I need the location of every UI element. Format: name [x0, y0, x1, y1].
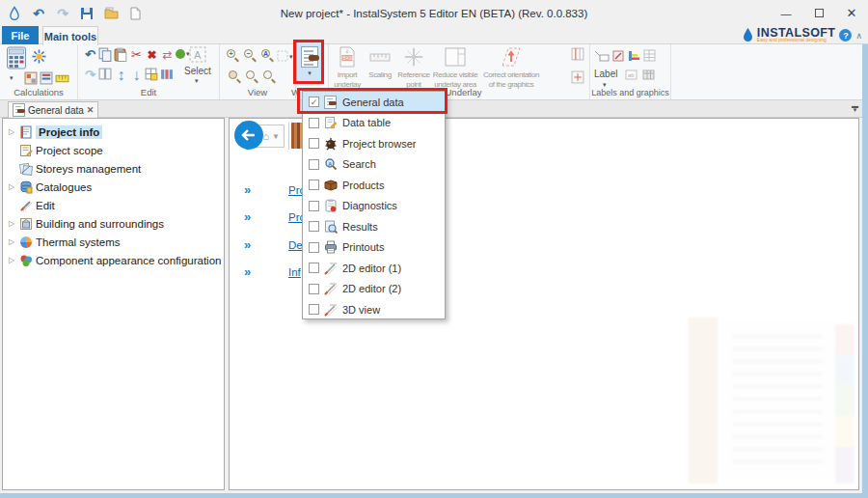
select-caret[interactable]: ▾ — [195, 77, 199, 85]
tree-item-label[interactable]: Project scope — [36, 145, 103, 156]
view-caret[interactable]: ▾ — [289, 53, 293, 61]
zoom-previous-button[interactable] — [263, 70, 276, 83]
tree-item-project-scope[interactable]: Project scope — [3, 141, 224, 159]
zoom-out-button[interactable]: − — [244, 49, 257, 62]
expander-icon[interactable]: ▷ — [7, 219, 16, 228]
tree-item-thermal-systems[interactable]: ▷ Thermal systems — [3, 233, 224, 251]
calculate-button[interactable] — [6, 46, 27, 69]
edit-grid-icon[interactable] — [145, 68, 158, 81]
redo-edit-button[interactable]: ↷ — [83, 68, 97, 82]
back-button[interactable] — [234, 121, 263, 150]
doc-tab-general-data[interactable]: General data ✕ — [8, 101, 98, 118]
collapse-ribbon-icon[interactable]: ∧ — [855, 31, 862, 41]
close-button[interactable]: ✕ — [835, 0, 868, 26]
checkbox[interactable] — [309, 263, 319, 273]
tree-item-storeys-management[interactable]: Storeys management — [3, 159, 224, 178]
save-button[interactable] — [79, 6, 95, 21]
help-icon[interactable]: ? — [839, 29, 852, 42]
copy-button[interactable] — [98, 47, 112, 62]
content-link-4[interactable]: Inf — [288, 266, 301, 278]
import-underlay-button[interactable]: BASE Importunderlay — [330, 46, 365, 89]
undo-edit-button[interactable]: ↶ — [83, 47, 97, 62]
expander-icon[interactable]: ▷ — [7, 127, 16, 136]
tree-item-label[interactable]: Edit — [36, 200, 55, 211]
reduce-visible-underlay-area-button[interactable]: Reduce visibleunderlay area — [431, 46, 479, 89]
menu-item-project-browser[interactable]: Project browser — [303, 133, 445, 154]
checkbox[interactable] — [309, 284, 319, 294]
checkbox[interactable] — [309, 221, 319, 232]
tree-item-label[interactable]: Component appearance configuration — [36, 255, 221, 266]
panels-toggle-caret[interactable]: ▾ — [308, 69, 312, 77]
checkbox[interactable] — [309, 242, 319, 253]
menu-item-general-data[interactable]: ✓ General data — [303, 92, 445, 113]
menu-item-printouts[interactable]: Printouts — [303, 237, 445, 259]
underlay-extra-2-icon[interactable] — [571, 70, 584, 84]
reference-point-button[interactable]: Referencepoint — [395, 46, 432, 89]
doc-tab-close-icon[interactable]: ✕ — [87, 105, 95, 115]
table-graphic-icon[interactable] — [643, 49, 656, 62]
tree-item-component-appearance[interactable]: ▷ Component appearance configuration — [3, 251, 224, 269]
tab-list-dropdown-icon[interactable]: ▬▾ — [852, 104, 858, 112]
correct-orientation-button[interactable]: Correct orientationof the graphics — [481, 46, 541, 89]
tree-item-label[interactable]: Project info — [36, 125, 102, 139]
expander-icon[interactable]: ▷ — [7, 182, 16, 191]
menu-item-search[interactable]: A Search — [303, 154, 445, 176]
panels-toggle-button[interactable]: ▾ — [296, 41, 323, 83]
tab-main-tools[interactable]: Main tools — [42, 26, 98, 45]
zoom-all-button[interactable]: A — [261, 49, 274, 62]
content-link-3[interactable]: De — [288, 239, 303, 251]
cut-button[interactable]: ✂ — [129, 47, 144, 62]
calc-option-3-icon[interactable] — [55, 72, 69, 85]
text-box-icon[interactable]: ab — [625, 69, 637, 80]
zoom-window-button[interactable] — [246, 70, 258, 83]
home-icon[interactable]: ⌂ — [262, 130, 269, 142]
menu-item-3d-view[interactable]: 3D view — [303, 299, 445, 320]
paste-button[interactable] — [114, 47, 127, 62]
tree-item-label[interactable]: Thermal systems — [36, 236, 121, 248]
checkbox[interactable] — [309, 304, 319, 315]
menu-item-2d-editor-1[interactable]: 2D editor (1) — [303, 258, 445, 279]
menu-item-diagnostics[interactable]: Diagnostics — [303, 196, 445, 217]
menu-item-results[interactable]: Results — [303, 216, 445, 237]
checkbox[interactable] — [309, 159, 319, 170]
menu-item-data-table[interactable]: Data table — [303, 113, 445, 134]
tree-item-project-info[interactable]: ▷ Project info — [3, 123, 224, 141]
checkbox[interactable] — [309, 180, 319, 190]
redo-button[interactable]: ↷ — [55, 6, 70, 21]
move-icon[interactable]: ⇄ — [160, 47, 175, 62]
undo-button[interactable]: ↶ — [31, 6, 46, 21]
open-button[interactable] — [103, 6, 119, 21]
checkbox[interactable] — [309, 118, 319, 128]
tree-item-label[interactable]: Storeys management — [36, 163, 141, 175]
data-table-graphic-icon[interactable] — [642, 69, 655, 80]
tree-item-label[interactable]: Catalogues — [36, 181, 92, 193]
calc-option-1-icon[interactable] — [24, 71, 38, 85]
new-document-button[interactable] — [127, 6, 143, 21]
expand-icon[interactable]: ▼ — [272, 132, 280, 141]
scaling-button[interactable]: Scaling — [365, 46, 395, 80]
expander-icon[interactable]: ▷ — [7, 237, 16, 246]
tree-item-catalogues[interactable]: ▷ Catalogues — [3, 178, 224, 196]
distribute-icon[interactable] — [160, 68, 174, 81]
expander-icon[interactable]: ▷ — [7, 256, 16, 264]
edit-label-icon[interactable] — [612, 49, 625, 62]
snap-toggle-icon[interactable]: ▾ — [176, 49, 190, 59]
settings-star-icon[interactable] — [32, 49, 46, 64]
tree-item-edit[interactable]: Edit — [3, 196, 224, 214]
delete-button[interactable]: ✖ — [145, 47, 159, 62]
maximize-button[interactable] — [802, 0, 835, 26]
label-button[interactable]: Label — [594, 69, 617, 79]
underlay-extra-1-icon[interactable] — [571, 47, 584, 61]
legend-icon[interactable] — [628, 49, 640, 62]
checkbox[interactable] — [309, 138, 319, 149]
checkbox[interactable] — [309, 201, 319, 211]
align-vertical-2-icon[interactable]: ↓ — [129, 68, 144, 82]
menu-item-2d-editor-2[interactable]: 2D editor (2) — [303, 279, 445, 300]
label-callout-icon[interactable] — [594, 50, 610, 62]
align-vertical-1-icon[interactable]: ↕ — [114, 68, 128, 82]
minimize-button[interactable]: — — [770, 0, 802, 26]
zoom-selection-icon[interactable] — [277, 50, 288, 62]
tree-item-label[interactable]: Building and surroundings — [36, 218, 164, 230]
columns-icon[interactable] — [98, 68, 112, 80]
calculations-dropdown-caret[interactable]: ▾ — [10, 74, 14, 82]
